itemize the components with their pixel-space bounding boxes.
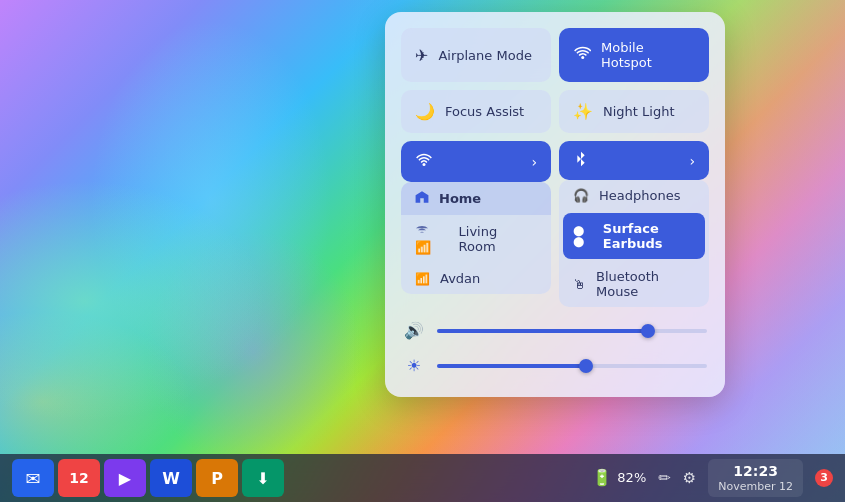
bluetooth-header[interactable]: › — [559, 141, 709, 180]
mobile-hotspot-label: Mobile Hotspot — [601, 40, 695, 70]
clock-date: November 12 — [718, 480, 793, 493]
bluetooth-section: › 🎧 Headphones ⬤ ⬤ Surface Earbuds 🖱 Blu… — [559, 141, 709, 307]
network-bluetooth-row: › Home 📶 — [401, 141, 709, 307]
focus-assist-icon: 🌙 — [415, 102, 435, 121]
volume-fill — [437, 329, 648, 333]
bluetooth-device-headphones[interactable]: 🎧 Headphones — [559, 180, 709, 211]
airplane-mode-icon: ✈ — [415, 46, 428, 65]
wifi-section: › Home 📶 — [401, 141, 551, 307]
volume-slider-row: 🔊 — [401, 315, 709, 346]
brightness-icon: ☀ — [403, 356, 425, 375]
brightness-track[interactable] — [437, 364, 707, 368]
taskbar-app-word[interactable]: W — [150, 459, 192, 497]
brightness-slider-row: ☀ — [401, 350, 709, 381]
settings-button[interactable]: ⚙ — [683, 469, 696, 487]
taskbar-right: 🔋 82% ✏ ⚙ 12:23 November 12 3 — [592, 459, 833, 497]
system-clock[interactable]: 12:23 November 12 — [708, 459, 803, 497]
focus-assist-tile[interactable]: 🌙 Focus Assist — [401, 90, 551, 133]
bluetooth-device-mouse[interactable]: 🖱 Bluetooth Mouse — [559, 261, 709, 307]
airplane-mode-label: Airplane Mode — [438, 48, 531, 63]
wifi-avdan-icon: 📶 — [415, 272, 430, 286]
svg-point-1 — [423, 163, 426, 166]
battery-percent: 82% — [617, 470, 646, 485]
bluetooth-chevron: › — [689, 153, 695, 169]
bluetooth-device-surface-earbuds[interactable]: ⬤ ⬤ Surface Earbuds — [563, 213, 705, 259]
battery-indicator: 🔋 82% — [592, 468, 646, 487]
bluetooth-mouse-icon: 🖱 — [573, 277, 586, 292]
wifi-header[interactable]: › — [401, 141, 551, 182]
battery-icon: 🔋 — [592, 468, 612, 487]
bluetooth-mouse-label: Bluetooth Mouse — [596, 269, 695, 299]
clock-time: 12:23 — [718, 463, 793, 480]
svg-point-0 — [581, 56, 584, 59]
surface-earbuds-label: Surface Earbuds — [603, 221, 695, 251]
wifi-network-avdan[interactable]: 📶 Avdan — [401, 263, 551, 294]
notification-badge[interactable]: 3 — [815, 469, 833, 487]
wifi-home-icon — [415, 190, 429, 207]
wifi-icon — [415, 151, 433, 172]
volume-icon: 🔊 — [403, 321, 425, 340]
night-light-icon: ✨ — [573, 102, 593, 121]
surface-earbuds-icon: ⬤ ⬤ — [573, 225, 593, 247]
taskbar-app-powerpoint[interactable]: P — [196, 459, 238, 497]
wifi-network-list: Home 📶 Living Room 📶 Avdan — [401, 182, 551, 294]
gear-icon: ⚙ — [683, 469, 696, 487]
brightness-thumb[interactable] — [579, 359, 593, 373]
wifi-network-home-label: Home — [439, 191, 481, 206]
wifi-network-living-room-label: Living Room — [459, 224, 537, 254]
wifi-network-living-room[interactable]: 📶 Living Room — [401, 215, 551, 263]
bluetooth-device-list: 🎧 Headphones ⬤ ⬤ Surface Earbuds 🖱 Bluet… — [559, 180, 709, 307]
quick-settings-panel: ✈ Airplane Mode Mobile Hotspot 🌙 Focus A… — [385, 12, 725, 397]
wifi-chevron: › — [531, 154, 537, 170]
night-light-label: Night Light — [603, 104, 675, 119]
volume-track[interactable] — [437, 329, 707, 333]
mobile-hotspot-tile[interactable]: Mobile Hotspot — [559, 28, 709, 82]
headphones-label: Headphones — [599, 188, 680, 203]
bluetooth-icon — [573, 151, 589, 170]
taskbar: ✉ 12 ▶ W P ⬇ 🔋 82% ✏ ⚙ 12:23 November 12… — [0, 454, 845, 502]
volume-thumb[interactable] — [641, 324, 655, 338]
wifi-network-avdan-label: Avdan — [440, 271, 480, 286]
brightness-fill — [437, 364, 586, 368]
mobile-hotspot-icon — [573, 44, 591, 66]
pencil-icon: ✏ — [658, 469, 671, 487]
taskbar-app-video[interactable]: ▶ — [104, 459, 146, 497]
taskbar-app-mail[interactable]: ✉ — [12, 459, 54, 497]
airplane-mode-tile[interactable]: ✈ Airplane Mode — [401, 28, 551, 82]
wifi-network-home[interactable]: Home — [401, 182, 551, 215]
night-light-tile[interactable]: ✨ Night Light — [559, 90, 709, 133]
quick-tiles-grid: ✈ Airplane Mode Mobile Hotspot 🌙 Focus A… — [401, 28, 709, 133]
taskbar-app-calendar[interactable]: 12 — [58, 459, 100, 497]
headphones-icon: 🎧 — [573, 188, 589, 203]
wifi-living-room-icon: 📶 — [415, 223, 449, 255]
edit-button[interactable]: ✏ — [658, 469, 671, 487]
taskbar-app-downloader[interactable]: ⬇ — [242, 459, 284, 497]
focus-assist-label: Focus Assist — [445, 104, 524, 119]
